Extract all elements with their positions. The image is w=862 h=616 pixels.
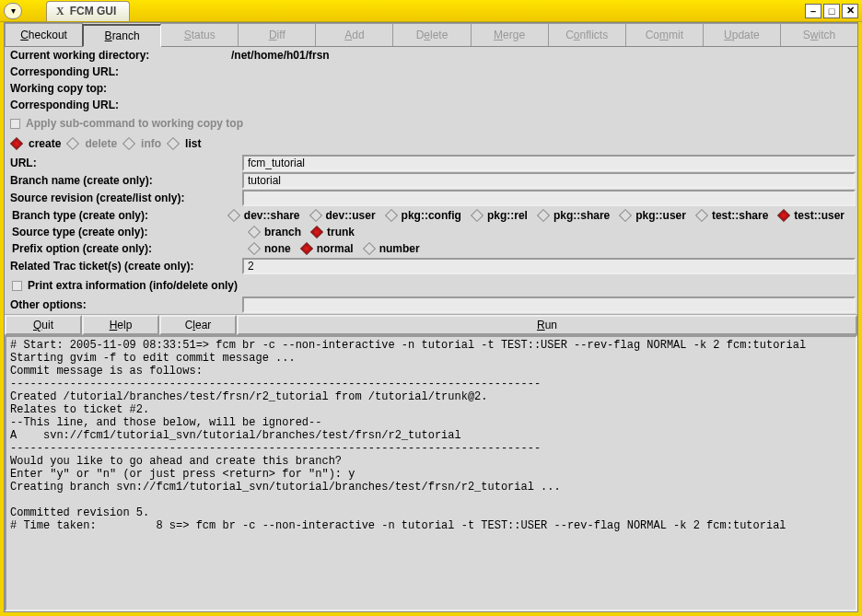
radio-bt-dev-user[interactable] [309,209,321,222]
tab-conflicts: Conflicts [548,23,626,46]
app-icon: X [56,5,64,18]
apply-subcmd-row: Apply sub-command to working copy top [5,113,857,134]
print-extra-label: Print extra information (info/delete onl… [28,279,238,292]
src-rev-input[interactable] [242,190,856,206]
cwd-label: Current working directory: [10,49,231,62]
radio-bt-pkg-config[interactable] [384,209,397,222]
url-input[interactable] [242,155,856,171]
trac-input[interactable] [242,258,856,274]
clear-button[interactable]: Clear [159,315,237,335]
radio-st-branch[interactable] [248,226,261,238]
wct-label: Working copy top: [10,82,231,95]
cwd-value: /net/home/h01/frsn [231,49,330,62]
branch-name-label: Branch name (create only): [6,174,242,187]
radio-pf-normal[interactable] [300,242,313,255]
url1-label: Corresponding URL: [10,65,231,78]
radio-bt-pkg-user[interactable] [619,209,632,222]
apply-subcmd-checkbox [10,119,20,129]
apply-subcmd-label: Apply sub-command to working copy top [26,117,243,130]
radio-create[interactable] [10,137,23,150]
tab-switch: Switch [780,23,858,46]
quit-button[interactable]: Quit [5,315,82,335]
system-menu-button[interactable]: ▾ [4,3,22,19]
window-title-tab: X FCM GUI [46,1,130,21]
tab-status: Status [160,23,239,46]
other-opts-input[interactable] [242,296,856,313]
titlebar: ▾ X FCM GUI – □ ✕ [0,0,862,22]
tab-update: Update [703,23,781,46]
tab-branch[interactable]: Branch [82,24,161,47]
action-radio-group: create delete info list [5,134,857,154]
radio-bt-test-user[interactable] [777,209,790,222]
radio-pf-number[interactable] [363,242,376,255]
tab-commit: Commit [625,23,704,46]
radio-bt-dev-share[interactable] [227,209,240,222]
tab-merge: Merge [471,23,549,46]
run-button[interactable]: Run [237,315,857,335]
trac-label: Related Trac ticket(s) (create only): [6,260,242,273]
client-area: Checkout Branch Status Diff Add Delete M… [4,22,858,612]
print-extra-row: Print extra information (info/delete onl… [6,275,856,296]
radio-bt-test-share[interactable] [695,209,708,222]
src-rev-label: Source revision (create/list only): [6,192,242,204]
tab-delete: Delete [392,23,471,46]
help-button[interactable]: Help [82,315,159,335]
tab-strip: Checkout Branch Status Diff Add Delete M… [5,23,857,47]
radio-list[interactable] [167,137,180,150]
tab-add: Add [315,23,393,46]
tab-diff: Diff [238,23,316,46]
window-title: FCM GUI [70,5,117,17]
radio-st-trunk[interactable] [310,226,323,238]
branch-name-input[interactable] [242,172,856,189]
window: ▾ X FCM GUI – □ ✕ Checkout Branch Status… [0,0,862,616]
url-label: URL: [6,157,242,169]
minimize-button[interactable]: – [805,4,821,18]
source-type-row: Source type (create only): branch trunk [6,224,856,240]
tab-checkout[interactable]: Checkout [5,23,83,46]
output-console[interactable]: # Start: 2005-11-09 08:33:51=> fcm br -c… [5,335,857,611]
maximize-button[interactable]: □ [823,4,840,18]
branch-type-row: Branch type (create only): dev::share de… [6,207,856,224]
close-button[interactable]: ✕ [842,4,858,18]
other-opts-label: Other options: [6,298,242,311]
radio-bt-pkg-rel[interactable] [471,209,483,222]
button-bar: Quit Help Clear Run [5,314,857,335]
radio-delete [66,137,79,150]
radio-bt-pkg-share[interactable] [537,209,550,222]
radio-info [122,137,135,150]
prefix-row: Prefix option (create only): none normal… [6,240,856,257]
radio-pf-none[interactable] [248,242,261,255]
print-extra-checkbox[interactable] [12,281,22,291]
url2-label: Corresponding URL: [10,99,231,111]
